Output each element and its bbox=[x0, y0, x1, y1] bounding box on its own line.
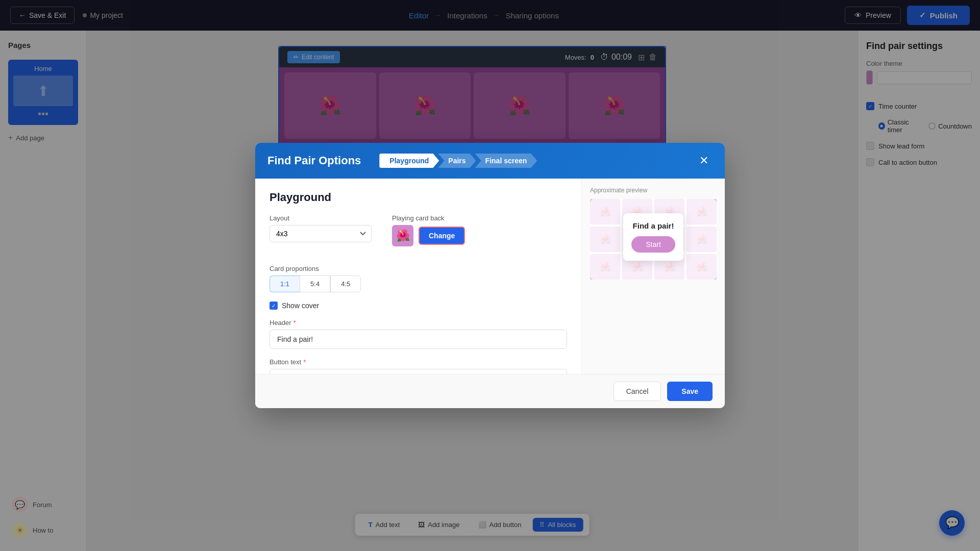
card-proportions-buttons: 1:1 5:4 4:5 bbox=[270, 276, 567, 292]
layout-form-row: Layout 4x3 bbox=[270, 214, 372, 242]
modal-header: Find Pair Options Playground Pairs Final… bbox=[255, 143, 725, 179]
preview-popup: Find a pair! Start bbox=[623, 213, 683, 261]
layout-card-row: Layout 4x3 Playing card back 🌺 Change bbox=[270, 214, 567, 256]
proportion-4-5-button[interactable]: 4:5 bbox=[330, 276, 361, 292]
playing-card-area: 🌺 Change bbox=[392, 225, 465, 246]
find-pair-options-modal: Find Pair Options Playground Pairs Final… bbox=[255, 143, 725, 408]
button-text-form-row: Button text * bbox=[270, 358, 567, 374]
modal-step-pairs[interactable]: Pairs bbox=[438, 154, 476, 168]
layout-label: Layout bbox=[270, 214, 372, 222]
show-cover-label: Show cover bbox=[282, 302, 319, 310]
modal-section-title: Playground bbox=[270, 191, 567, 204]
playing-card-back-label: Playing card back bbox=[392, 214, 465, 222]
modal-steps: Playground Pairs Final screen bbox=[379, 154, 537, 168]
show-cover-checkbox[interactable]: ✓ bbox=[270, 302, 278, 310]
button-text-required-star: * bbox=[303, 358, 306, 366]
playing-card-back-row: Playing card back 🌺 Change bbox=[392, 214, 465, 246]
approximate-preview-label: Approximate preview bbox=[590, 187, 717, 194]
card-proportions-label: Card proportions bbox=[270, 265, 567, 272]
button-text-label: Button text * bbox=[270, 358, 567, 366]
preview-popup-overlay: Find a pair! Start bbox=[590, 199, 717, 280]
cancel-button[interactable]: Cancel bbox=[614, 382, 662, 401]
proportion-1-1-button[interactable]: 1:1 bbox=[270, 276, 300, 292]
save-button[interactable]: Save bbox=[667, 382, 713, 401]
header-label: Header * bbox=[270, 319, 567, 327]
card-preview-thumb: 🌺 bbox=[392, 225, 413, 246]
button-text-input[interactable] bbox=[270, 369, 567, 374]
header-input[interactable] bbox=[270, 330, 567, 349]
change-card-back-button[interactable]: Change bbox=[419, 227, 465, 245]
modal-title: Find Pair Options bbox=[267, 154, 361, 167]
preview-start-button[interactable]: Start bbox=[631, 236, 675, 253]
card-proportions-row: Card proportions 1:1 5:4 4:5 bbox=[270, 265, 567, 292]
modal-footer: Cancel Save bbox=[255, 374, 725, 408]
modal-body: Playground Layout 4x3 Playing card back bbox=[255, 179, 725, 374]
header-required-star: * bbox=[293, 319, 296, 327]
modal-close-button[interactable]: ✕ bbox=[695, 152, 713, 169]
modal-step-final-screen[interactable]: Final screen bbox=[475, 154, 537, 168]
preview-area: 🌺 🌺 🌺 🌺 🌺 🌺 🌺 🌺 🌺 🌺 🌺 🌺 bbox=[590, 199, 717, 280]
preview-popup-title: Find a pair! bbox=[631, 221, 675, 230]
proportion-5-4-button[interactable]: 5:4 bbox=[300, 276, 330, 292]
modal-right-panel: Approximate preview 🌺 🌺 🌺 🌺 🌺 🌺 🌺 🌺 🌺 bbox=[582, 179, 725, 374]
modal-overlay: Find Pair Options Playground Pairs Final… bbox=[0, 0, 980, 551]
modal-left-panel: Playground Layout 4x3 Playing card back bbox=[255, 179, 582, 374]
modal-step-playground[interactable]: Playground bbox=[379, 154, 439, 168]
show-cover-row: ✓ Show cover bbox=[270, 302, 567, 310]
layout-select[interactable]: 4x3 bbox=[270, 225, 372, 242]
card-preview-emoji: 🌺 bbox=[396, 229, 410, 242]
header-form-row: Header * bbox=[270, 319, 567, 349]
